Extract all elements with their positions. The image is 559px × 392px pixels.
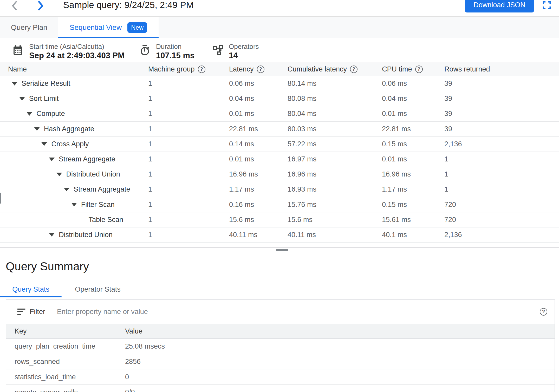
collapse-triangle-icon[interactable]: [19, 97, 25, 101]
kv-table-row[interactable]: rows_scanned2856: [6, 354, 555, 369]
cell-cumulative-latency: 80.14 ms: [288, 80, 382, 88]
cell-machine-group: 1: [148, 95, 229, 103]
cell-cpu-time: 40.1 ms: [382, 231, 444, 239]
fullscreen-icon[interactable]: [542, 1, 551, 10]
plan-table-row[interactable]: Filter Scan10.16 ms15.76 ms0.15 ms720: [0, 197, 559, 212]
cell-cpu-time: 1.17 ms: [382, 185, 444, 193]
duration-value: 107.15 ms: [156, 50, 194, 61]
column-header-value: Value: [125, 327, 555, 335]
plan-table-row[interactable]: Table Scan115.6 ms15.6 ms15.61 ms720: [0, 212, 559, 227]
panel-resize-handle[interactable]: [276, 249, 288, 251]
collapse-triangle-icon[interactable]: [49, 233, 55, 237]
cell-cpu-time: 0.01 ms: [382, 155, 444, 163]
cell-machine-group: 1: [148, 201, 229, 209]
help-icon[interactable]: ?: [257, 66, 264, 73]
kv-table-row[interactable]: remote_server_calls0/0: [6, 385, 555, 392]
cell-cumulative-latency: 16.97 ms: [288, 155, 382, 163]
operator-name: Serialize Result: [22, 80, 70, 88]
kv-table-header: Key Value: [6, 324, 555, 339]
collapse-triangle-icon[interactable]: [12, 82, 17, 86]
cell-latency: 40.11 ms: [229, 231, 288, 239]
plan-table-row[interactable]: Stream Aggregate11.17 ms16.93 ms1.17 ms1: [0, 182, 559, 197]
operator-name: Hash Aggregate: [44, 125, 94, 133]
collapse-triangle-icon[interactable]: [64, 188, 69, 191]
spanner-query-plan-page: Sample query: 9/24/25, 2:49 PM Download …: [0, 0, 559, 392]
tab-sequential-view[interactable]: Sequential View New: [58, 17, 159, 38]
tab-query-stats[interactable]: Query Stats: [0, 282, 62, 297]
summary-tab-strip: Query Stats Operator Stats: [0, 282, 134, 297]
view-tab-strip: Query Plan Sequential View New: [0, 17, 559, 38]
column-header-cpu-time: CPU time ?: [382, 65, 444, 73]
download-json-button[interactable]: Download JSON: [465, 0, 534, 12]
kv-key: statistics_load_time: [15, 373, 125, 381]
operator-name: Sort Limit: [29, 95, 59, 103]
cell-rows-returned: 39: [444, 125, 559, 133]
plan-table-row[interactable]: Distributed Union116.96 ms16.96 ms16.96 …: [0, 167, 559, 182]
cell-cpu-time: 0.15 ms: [382, 140, 444, 148]
operator-name-cell: Stream Aggregate: [0, 185, 148, 193]
cell-rows-returned: 1: [444, 170, 559, 178]
filter-row: Filter ?: [6, 300, 555, 324]
help-icon[interactable]: ?: [198, 66, 205, 73]
filter-icon: [17, 308, 26, 315]
start-time-value: Sep 24 at 2:49:03.403 PM: [29, 50, 125, 61]
plan-table-row[interactable]: Serialize Result10.06 ms80.14 ms0.06 ms3…: [0, 76, 559, 91]
plan-table-row[interactable]: Distributed Union140.11 ms40.11 ms40.1 m…: [0, 227, 559, 243]
operator-name-cell: Hash Aggregate: [0, 125, 148, 133]
scrollbar-thumb[interactable]: [0, 193, 1, 204]
collapse-triangle-icon[interactable]: [56, 173, 62, 176]
forward-chevron-icon[interactable]: [37, 1, 45, 11]
plan-table-row[interactable]: Cross Apply10.14 ms57.22 ms0.15 ms2,136: [0, 137, 559, 152]
panel-divider: [0, 247, 559, 248]
cell-latency: 16.96 ms: [229, 170, 288, 178]
cell-cumulative-latency: 80.08 ms: [288, 95, 382, 103]
cell-cpu-time: 0.06 ms: [382, 80, 444, 88]
cell-cpu-time: 22.81 ms: [382, 125, 444, 133]
cell-cumulative-latency: 16.93 ms: [288, 185, 382, 193]
kv-key: remote_server_calls: [15, 388, 125, 392]
tab-operator-stats[interactable]: Operator Stats: [62, 282, 134, 297]
plan-table-row[interactable]: Sort Limit10.04 ms80.08 ms0.04 ms39: [0, 91, 559, 106]
plan-table-row[interactable]: Hash Aggregate122.81 ms80.03 ms22.81 ms3…: [0, 122, 559, 137]
back-chevron-icon[interactable]: [10, 1, 18, 11]
operator-name: Distributed Union: [59, 231, 113, 239]
start-time-block: Start time (Asia/Calcutta) Sep 24 at 2:4…: [13, 43, 125, 61]
operator-name-cell: Compute: [0, 110, 148, 118]
operators-value: 14: [229, 50, 259, 61]
cell-machine-group: 1: [148, 231, 229, 239]
cell-cumulative-latency: 80.04 ms: [288, 110, 382, 118]
cell-rows-returned: 720: [444, 201, 559, 209]
cell-latency: 0.01 ms: [229, 110, 288, 118]
help-icon[interactable]: ?: [540, 308, 547, 316]
column-header-machine-group: Machine group ?: [148, 65, 229, 73]
collapse-triangle-icon[interactable]: [34, 127, 40, 131]
collapse-triangle-icon[interactable]: [41, 142, 47, 146]
plan-table-row[interactable]: Compute10.01 ms80.04 ms0.01 ms39: [0, 106, 559, 121]
column-header-rows-returned: Rows returned: [444, 65, 559, 73]
cell-latency: 0.16 ms: [229, 201, 288, 209]
kv-table-row[interactable]: query_plan_creation_time25.08 msecs: [6, 339, 555, 354]
plan-table-row[interactable]: Stream Aggregate10.01 ms16.97 ms0.01 ms1: [0, 152, 559, 167]
kv-value: 25.08 msecs: [125, 342, 555, 350]
cell-rows-returned: 2,136: [444, 140, 559, 148]
stopwatch-icon: [140, 45, 150, 56]
cell-rows-returned: 2,136: [444, 231, 559, 239]
collapse-triangle-icon[interactable]: [71, 203, 77, 206]
cell-cumulative-latency: 80.03 ms: [288, 125, 382, 133]
help-icon[interactable]: ?: [415, 66, 423, 73]
operator-name: Stream Aggregate: [59, 155, 115, 163]
kv-table-row[interactable]: statistics_load_time0: [6, 369, 555, 385]
query-summary-title: Query Summary: [6, 260, 89, 273]
help-icon[interactable]: ?: [350, 66, 358, 73]
tab-query-plan[interactable]: Query Plan: [0, 17, 58, 38]
filter-label: Filter: [30, 308, 45, 316]
operator-name-cell: Cross Apply: [0, 140, 148, 148]
operator-name-cell: Stream Aggregate: [0, 155, 148, 163]
cell-machine-group: 1: [148, 185, 229, 193]
cell-cumulative-latency: 15.76 ms: [288, 201, 382, 209]
collapse-triangle-icon[interactable]: [27, 112, 32, 116]
cell-machine-group: 1: [148, 110, 229, 118]
filter-input[interactable]: [57, 308, 535, 316]
collapse-triangle-icon[interactable]: [49, 158, 55, 161]
duration-label: Duration: [156, 43, 194, 50]
